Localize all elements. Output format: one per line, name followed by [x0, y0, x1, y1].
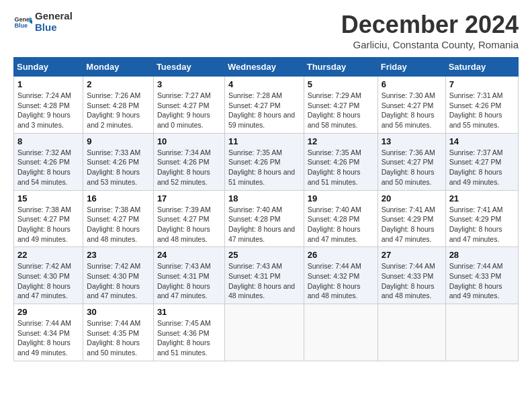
- logo-general: General: [35, 11, 73, 22]
- day-number: 12: [308, 136, 374, 146]
- day-number: 26: [308, 250, 374, 260]
- day-detail: Sunrise: 7:37 AM Sunset: 4:27 PM Dayligh…: [449, 148, 515, 187]
- calendar-cell: 22 Sunrise: 7:42 AM Sunset: 4:30 PM Dayl…: [14, 247, 83, 304]
- day-number: 9: [87, 136, 150, 146]
- day-number: 3: [157, 79, 221, 89]
- calendar-cell: 26 Sunrise: 7:44 AM Sunset: 4:32 PM Dayl…: [304, 247, 378, 304]
- day-number: 25: [228, 250, 300, 260]
- day-number: 17: [157, 193, 221, 203]
- logo: General Blue General Blue: [13, 11, 73, 33]
- day-detail: Sunrise: 7:33 AM Sunset: 4:26 PM Dayligh…: [87, 148, 150, 187]
- calendar-cell: 15 Sunrise: 7:38 AM Sunset: 4:27 PM Dayl…: [14, 190, 83, 247]
- day-number: 16: [87, 193, 150, 203]
- day-number: 4: [228, 79, 300, 89]
- day-detail: Sunrise: 7:42 AM Sunset: 4:30 PM Dayligh…: [17, 261, 79, 301]
- day-number: 20: [382, 193, 442, 203]
- calendar-cell: 9 Sunrise: 7:33 AM Sunset: 4:26 PM Dayli…: [83, 133, 154, 190]
- day-number: 30: [87, 307, 150, 317]
- calendar-cell: 21 Sunrise: 7:41 AM Sunset: 4:29 PM Dayl…: [445, 190, 518, 247]
- calendar-cell: 17 Sunrise: 7:39 AM Sunset: 4:27 PM Dayl…: [153, 190, 224, 247]
- calendar-cell: 6 Sunrise: 7:30 AM Sunset: 4:27 PM Dayli…: [378, 77, 445, 134]
- day-detail: Sunrise: 7:27 AM Sunset: 4:27 PM Dayligh…: [157, 91, 221, 130]
- calendar-cell: 16 Sunrise: 7:38 AM Sunset: 4:27 PM Dayl…: [83, 190, 154, 247]
- day-detail: Sunrise: 7:44 AM Sunset: 4:33 PM Dayligh…: [382, 261, 442, 301]
- calendar-header-row: SundayMondayTuesdayWednesdayThursdayFrid…: [14, 58, 519, 77]
- title-block: December 2024 Garliciu, Constanta County…: [341, 11, 519, 50]
- day-detail: Sunrise: 7:40 AM Sunset: 4:28 PM Dayligh…: [228, 205, 300, 244]
- day-number: 14: [449, 136, 515, 146]
- column-header-thursday: Thursday: [304, 58, 378, 77]
- day-detail: Sunrise: 7:30 AM Sunset: 4:27 PM Dayligh…: [382, 91, 442, 130]
- day-detail: Sunrise: 7:31 AM Sunset: 4:26 PM Dayligh…: [449, 91, 515, 130]
- day-detail: Sunrise: 7:29 AM Sunset: 4:27 PM Dayligh…: [308, 91, 374, 130]
- calendar-cell: 19 Sunrise: 7:40 AM Sunset: 4:28 PM Dayl…: [304, 190, 378, 247]
- day-number: 29: [17, 307, 79, 317]
- column-header-wednesday: Wednesday: [224, 58, 304, 77]
- day-number: 23: [87, 250, 150, 260]
- calendar-cell: 4 Sunrise: 7:28 AM Sunset: 4:27 PM Dayli…: [224, 77, 304, 134]
- day-detail: Sunrise: 7:44 AM Sunset: 4:35 PM Dayligh…: [87, 318, 150, 358]
- day-number: 13: [382, 136, 442, 146]
- column-header-monday: Monday: [83, 58, 154, 77]
- day-detail: Sunrise: 7:24 AM Sunset: 4:28 PM Dayligh…: [17, 91, 79, 130]
- day-number: 31: [157, 307, 221, 317]
- logo-blue: Blue: [35, 22, 73, 34]
- day-number: 10: [157, 136, 221, 146]
- calendar-table: SundayMondayTuesdayWednesdayThursdayFrid…: [13, 57, 519, 361]
- svg-marker-3: [30, 20, 32, 24]
- day-detail: Sunrise: 7:28 AM Sunset: 4:27 PM Dayligh…: [228, 91, 300, 130]
- calendar-cell: 3 Sunrise: 7:27 AM Sunset: 4:27 PM Dayli…: [153, 77, 224, 134]
- calendar-week-3: 15 Sunrise: 7:38 AM Sunset: 4:27 PM Dayl…: [14, 190, 519, 247]
- column-header-tuesday: Tuesday: [153, 58, 224, 77]
- calendar-cell: 29 Sunrise: 7:44 AM Sunset: 4:34 PM Dayl…: [14, 304, 83, 361]
- calendar-cell: 28 Sunrise: 7:44 AM Sunset: 4:33 PM Dayl…: [445, 247, 518, 304]
- day-detail: Sunrise: 7:43 AM Sunset: 4:31 PM Dayligh…: [228, 261, 300, 301]
- day-number: 19: [308, 193, 374, 203]
- day-detail: Sunrise: 7:42 AM Sunset: 4:30 PM Dayligh…: [87, 261, 150, 301]
- day-number: 15: [17, 193, 79, 203]
- column-header-sunday: Sunday: [14, 58, 83, 77]
- day-detail: Sunrise: 7:44 AM Sunset: 4:34 PM Dayligh…: [17, 318, 79, 358]
- svg-text:Blue: Blue: [14, 22, 28, 29]
- calendar-week-2: 8 Sunrise: 7:32 AM Sunset: 4:26 PM Dayli…: [14, 133, 519, 190]
- column-header-friday: Friday: [378, 58, 445, 77]
- day-number: 8: [17, 136, 79, 146]
- day-number: 6: [382, 79, 442, 89]
- calendar-cell: 8 Sunrise: 7:32 AM Sunset: 4:26 PM Dayli…: [14, 133, 83, 190]
- calendar-cell: [304, 304, 378, 361]
- day-number: 1: [17, 79, 79, 89]
- calendar-week-5: 29 Sunrise: 7:44 AM Sunset: 4:34 PM Dayl…: [14, 304, 519, 361]
- day-detail: Sunrise: 7:40 AM Sunset: 4:28 PM Dayligh…: [308, 205, 374, 244]
- calendar-cell: 23 Sunrise: 7:42 AM Sunset: 4:30 PM Dayl…: [83, 247, 154, 304]
- day-number: 27: [382, 250, 442, 260]
- month-title: December 2024: [341, 11, 519, 39]
- day-number: 11: [228, 136, 300, 146]
- calendar-cell: [378, 304, 445, 361]
- day-detail: Sunrise: 7:39 AM Sunset: 4:27 PM Dayligh…: [157, 205, 221, 244]
- day-detail: Sunrise: 7:38 AM Sunset: 4:27 PM Dayligh…: [87, 205, 150, 244]
- calendar-cell: 14 Sunrise: 7:37 AM Sunset: 4:27 PM Dayl…: [445, 133, 518, 190]
- day-number: 2: [87, 79, 150, 89]
- calendar-cell: 24 Sunrise: 7:43 AM Sunset: 4:31 PM Dayl…: [153, 247, 224, 304]
- calendar-cell: 11 Sunrise: 7:35 AM Sunset: 4:26 PM Dayl…: [224, 133, 304, 190]
- day-detail: Sunrise: 7:44 AM Sunset: 4:33 PM Dayligh…: [449, 261, 515, 301]
- calendar-week-1: 1 Sunrise: 7:24 AM Sunset: 4:28 PM Dayli…: [14, 77, 519, 134]
- calendar-cell: 25 Sunrise: 7:43 AM Sunset: 4:31 PM Dayl…: [224, 247, 304, 304]
- calendar-cell: 7 Sunrise: 7:31 AM Sunset: 4:26 PM Dayli…: [445, 77, 518, 134]
- calendar-cell: 18 Sunrise: 7:40 AM Sunset: 4:28 PM Dayl…: [224, 190, 304, 247]
- day-detail: Sunrise: 7:34 AM Sunset: 4:26 PM Dayligh…: [157, 148, 221, 187]
- location-subtitle: Garliciu, Constanta County, Romania: [341, 39, 519, 50]
- day-number: 7: [449, 79, 515, 89]
- calendar-week-4: 22 Sunrise: 7:42 AM Sunset: 4:30 PM Dayl…: [14, 247, 519, 304]
- day-detail: Sunrise: 7:41 AM Sunset: 4:29 PM Dayligh…: [449, 205, 515, 244]
- calendar-cell: 2 Sunrise: 7:26 AM Sunset: 4:28 PM Dayli…: [83, 77, 154, 134]
- day-detail: Sunrise: 7:36 AM Sunset: 4:27 PM Dayligh…: [382, 148, 442, 187]
- calendar-cell: 5 Sunrise: 7:29 AM Sunset: 4:27 PM Dayli…: [304, 77, 378, 134]
- calendar-cell: 27 Sunrise: 7:44 AM Sunset: 4:33 PM Dayl…: [378, 247, 445, 304]
- day-number: 24: [157, 250, 221, 260]
- calendar-cell: 1 Sunrise: 7:24 AM Sunset: 4:28 PM Dayli…: [14, 77, 83, 134]
- calendar-body: 1 Sunrise: 7:24 AM Sunset: 4:28 PM Dayli…: [14, 77, 519, 361]
- page-header: General Blue General Blue December 2024 …: [13, 11, 519, 50]
- day-number: 18: [228, 193, 300, 203]
- calendar-cell: 20 Sunrise: 7:41 AM Sunset: 4:29 PM Dayl…: [378, 190, 445, 247]
